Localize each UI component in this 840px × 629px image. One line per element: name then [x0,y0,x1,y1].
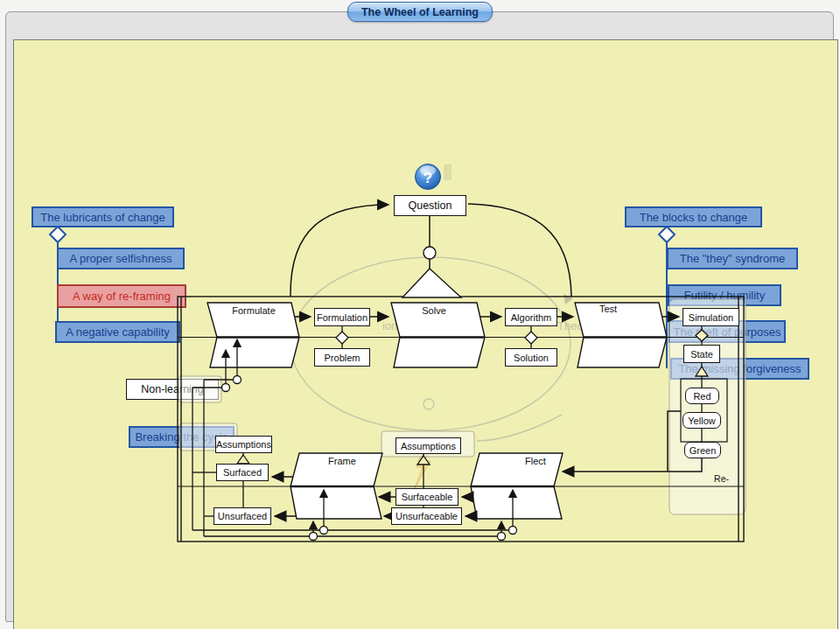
node-state-red[interactable]: Red [685,388,719,404]
node-unsurfaceable[interactable]: Unsurfaceable [391,507,462,525]
node-state-green[interactable]: Green [684,442,721,458]
svg-text:?: ? [424,170,432,186]
phase-test-label[interactable]: Test [578,304,639,314]
node-solution[interactable]: Solution [505,348,557,367]
diamond-algorithm-solution [525,332,537,344]
question-icon[interactable]: ? [416,164,441,190]
phase-solve-label[interactable]: Solve [403,305,465,316]
phase-flect-label[interactable]: Flect [505,456,566,466]
node-formulation[interactable]: Formulation [314,308,370,326]
question-link-circle [424,247,436,259]
node-assumptions-left[interactable]: Assumptions [215,436,272,453]
node-simulation[interactable]: Simulation [682,308,739,326]
phase-frame-label[interactable]: Frame [312,456,373,466]
node-problem[interactable]: Problem [314,348,370,367]
node-assumptions-center[interactable]: Assumptions [396,437,461,454]
triangle-state [696,367,708,376]
node-unsurfaced[interactable]: Unsurfaced [214,507,271,525]
application-window: ion Theor The lubricants of change A pro… [0,0,840,629]
re-prefix-label: Re- [714,473,729,484]
node-state[interactable]: State [683,345,720,363]
diamond-formulation-problem [336,332,348,344]
node-state-yellow[interactable]: Yellow [682,412,721,429]
node-surfaceable[interactable]: Surfaceable [396,488,458,506]
question-triangle [402,269,461,297]
node-algorithm[interactable]: Algorithm [505,308,557,326]
node-question[interactable]: Question [394,195,466,216]
view-tab[interactable]: The Wheel of Learning [347,2,493,22]
node-surfaced[interactable]: Surfaced [216,464,269,481]
phase-formulate-label[interactable]: Formulate [214,305,293,316]
triangle-assumptions-center [417,456,430,465]
triangle-assumptions-left [237,455,249,464]
diamond-simulation-state [696,330,708,341]
